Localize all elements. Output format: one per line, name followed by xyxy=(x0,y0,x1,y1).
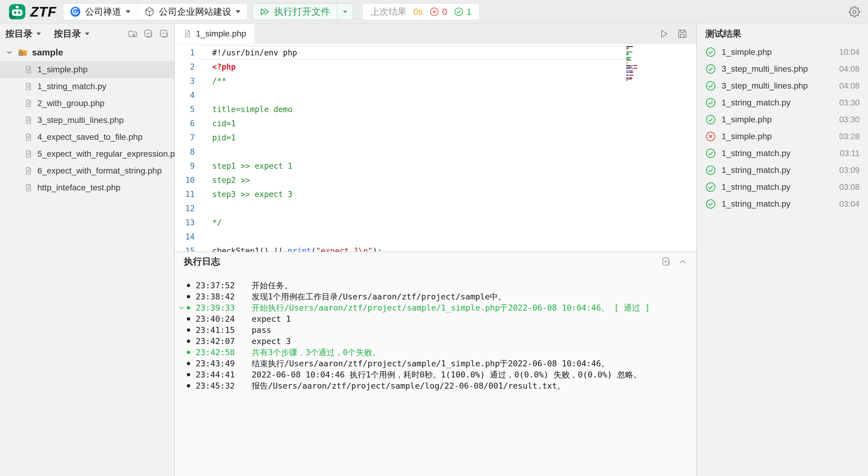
code-line[interactable]: 7pid=1 xyxy=(175,130,696,145)
log-entry[interactable]: 23:39:33开始执行/Users/aaron/ztf/project/sam… xyxy=(179,302,696,313)
result-item[interactable]: 1_simple.php03:30 xyxy=(704,111,861,128)
result-time: 04:08 xyxy=(839,81,860,91)
log-entry: 23:40:24expect 1 xyxy=(179,313,696,324)
code-editor[interactable]: 1#!/usr/bin/env php2<?php3/**45title=sim… xyxy=(175,44,696,252)
code-line[interactable]: 3/** xyxy=(175,74,696,88)
log-time: 23:42:58 xyxy=(195,348,237,357)
log-bullet-icon xyxy=(187,328,190,332)
code-line[interactable]: 4 xyxy=(175,88,696,102)
settings-gear-icon[interactable] xyxy=(849,6,860,18)
file-icon xyxy=(24,150,33,158)
code-text: step3 >> expect 3 xyxy=(200,190,292,199)
log-time: 23:44:41 xyxy=(195,370,237,379)
pass-icon xyxy=(705,81,716,91)
minimap-row xyxy=(626,62,642,63)
code-line[interactable]: 9step1 >> expect 1 xyxy=(175,159,696,173)
topbar: ZTF 公司禅道 公司企业网站建设 执行打开文件 xyxy=(0,0,868,24)
product-dropdown[interactable]: 公司企业网站建设 xyxy=(137,4,247,20)
view-mode-dropdown-2[interactable]: 按目录 xyxy=(54,28,90,40)
fail-icon xyxy=(705,131,716,142)
tree-root-sample[interactable]: sample xyxy=(0,44,174,61)
result-file-name: 1_simple.php xyxy=(721,132,772,141)
minimap-segment xyxy=(626,80,627,81)
minimap-segment xyxy=(631,68,633,69)
result-item[interactable]: 1_simple.php03:28 xyxy=(704,128,861,145)
code-line[interactable]: 12 xyxy=(175,201,696,215)
sidebar: 按目录 按目录 xyxy=(0,24,175,476)
minimap-row xyxy=(626,60,642,61)
code-line[interactable]: 15checkStep1() || print("expect 1\n"); xyxy=(175,244,696,252)
log-bullet-icon xyxy=(187,340,190,343)
editor-tab[interactable]: 1_simple.php xyxy=(175,24,255,43)
minimap[interactable] xyxy=(626,46,642,81)
execute-open-file-button[interactable]: 执行打开文件 xyxy=(253,4,337,20)
add-folder-icon[interactable] xyxy=(128,29,137,38)
result-file-name: 1_string_match.py xyxy=(721,199,790,209)
code-line[interactable]: 11step3 >> expect 3 xyxy=(175,187,696,201)
result-item[interactable]: 1_string_match.py03:09 xyxy=(704,162,861,179)
result-item[interactable]: 1_string_match.py03:11 xyxy=(704,145,861,162)
pass-icon xyxy=(705,97,716,108)
execute-button-label: 执行打开文件 xyxy=(274,5,330,18)
result-item[interactable]: 3_step_multi_lines.php04:08 xyxy=(704,61,861,77)
double-play-icon xyxy=(259,7,270,17)
chevron-down-icon xyxy=(236,10,241,13)
file-row[interactable]: http_inteface_test.php xyxy=(0,179,174,196)
code-token: ( xyxy=(311,247,316,252)
code-line[interactable]: 8 xyxy=(175,145,696,159)
minimap-row xyxy=(626,57,642,58)
code-line[interactable]: 5title=simple demo xyxy=(175,102,696,116)
log-message: expect 1 xyxy=(252,314,291,323)
minimap-row xyxy=(626,69,642,70)
execute-options-button[interactable] xyxy=(337,4,353,20)
code-line[interactable]: 1#!/usr/bin/env php xyxy=(175,45,696,60)
site-dropdown[interactable]: 公司禅道 xyxy=(63,4,137,20)
pass-icon xyxy=(705,165,716,176)
log-actions xyxy=(661,257,687,266)
code-line[interactable]: 2<?php xyxy=(175,60,696,74)
minus-square-icon[interactable] xyxy=(159,29,169,38)
result-item[interactable]: 3_step_multi_lines.php04:08 xyxy=(704,77,861,94)
file-row[interactable]: 4_expect_saved_to_file.php xyxy=(0,129,174,146)
workspace-selectors: 公司禅道 公司企业网站建设 xyxy=(63,3,248,20)
line-number: 13 xyxy=(175,218,200,227)
check-square-icon[interactable] xyxy=(144,29,153,38)
result-item[interactable]: 1_string_match.py03:04 xyxy=(704,195,861,212)
expand-log-chevron-icon[interactable] xyxy=(178,304,185,312)
file-row[interactable]: 2_with_group.php xyxy=(0,95,174,112)
view-mode-dropdown-1[interactable]: 按目录 xyxy=(5,28,41,40)
result-item[interactable]: 1_string_match.py03:08 xyxy=(704,179,861,195)
minimap-row xyxy=(626,61,642,62)
file-icon xyxy=(24,65,33,74)
code-line[interactable]: 14 xyxy=(175,229,696,244)
minimap-row xyxy=(626,76,642,77)
log-message: 2022-06-08 10:04:46 执行1个用例，耗时0秒。1(100.0%… xyxy=(252,369,641,380)
last-result-duration: 0s xyxy=(413,7,423,17)
result-item[interactable]: 1_string_match.py03:30 xyxy=(704,94,861,111)
minimap-segment xyxy=(629,78,632,80)
main-area: 按目录 按目录 xyxy=(0,24,868,476)
run-file-icon[interactable] xyxy=(658,28,669,39)
file-row[interactable]: 6_expect_with_format_string.php xyxy=(0,162,174,179)
code-text: title=simple demo xyxy=(200,105,292,114)
log-entry: 23:37:52开始任务。 xyxy=(179,280,696,291)
minimap-row xyxy=(626,73,642,74)
file-row[interactable]: 5_expect_with_regular_expression.php xyxy=(0,146,174,162)
ztf-robot-logo-icon xyxy=(8,2,27,21)
file-icon xyxy=(24,116,33,124)
minimap-segment xyxy=(626,78,628,80)
collapse-log-icon[interactable] xyxy=(678,257,687,266)
minimap-segment xyxy=(626,54,629,55)
file-row[interactable]: 1_simple.php xyxy=(0,61,174,78)
result-item[interactable]: 1_simple.php10:04 xyxy=(704,44,861,61)
open-log-window-icon[interactable] xyxy=(661,257,671,266)
code-line[interactable]: 13*/ xyxy=(175,215,696,229)
code-line[interactable]: 10step2 >> xyxy=(175,173,696,187)
save-file-icon[interactable] xyxy=(677,28,688,39)
file-name: 2_with_group.php xyxy=(37,98,104,108)
file-row[interactable]: 3_step_multi_lines.php xyxy=(0,112,174,129)
product-cube-icon xyxy=(144,7,155,17)
minimap-row xyxy=(626,75,642,75)
code-line[interactable]: 6cid=1 xyxy=(175,116,696,130)
file-row[interactable]: 1_string_match.py xyxy=(0,78,174,95)
